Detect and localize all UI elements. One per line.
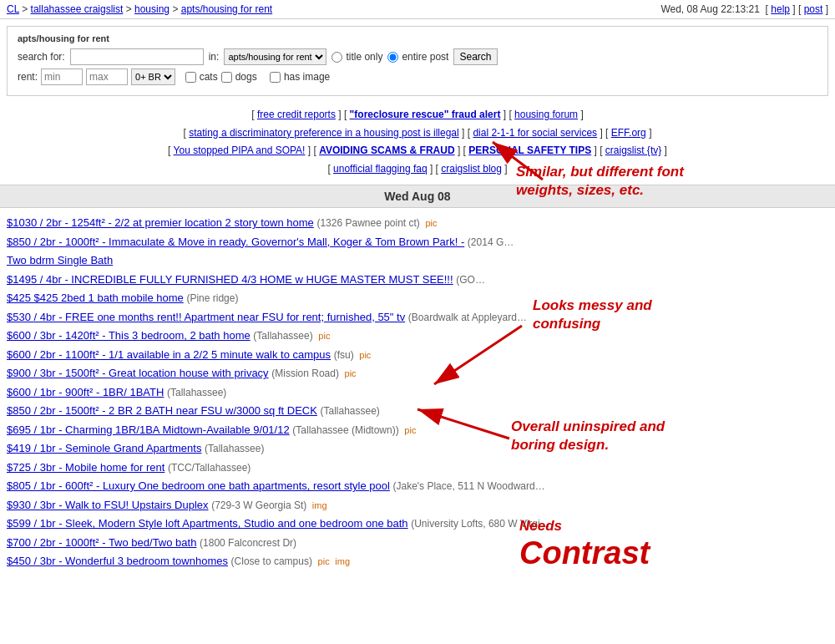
in-label: in:	[209, 51, 220, 63]
discriminatory-link[interactable]: stating a discriminatory preference in a…	[189, 127, 459, 139]
dial211-link[interactable]: dial 2-1-1 for social services	[473, 127, 597, 139]
listing-meta: (Tallahassee)	[321, 405, 380, 417]
listing-link[interactable]: $805 / 1br - 600ft² - Luxury One bedroom…	[7, 479, 390, 492]
date-header: Wed Aug 08	[0, 185, 835, 208]
tallahassee-link[interactable]: tallahassee craigslist	[31, 3, 124, 15]
top-right: Wed, 08 Aug 22:13:21 [ help ] [ post ]	[660, 3, 828, 15]
listing-meta: (Tallahassee)	[253, 330, 312, 342]
listing-link[interactable]: $850 / 2br - 1500ft² - 2 BR 2 BATH near …	[7, 404, 317, 417]
br-select[interactable]: 0+ BR	[131, 68, 175, 85]
listing-meta: (Pine ridge)	[186, 292, 238, 304]
search-section-title: apts/housing for rent	[18, 33, 817, 43]
listing-link[interactable]: $425 $425 2bed 1 bath mobile home	[7, 292, 184, 304]
top-bar: CL > tallahassee craigslist > housing > …	[0, 0, 835, 19]
has-image-label: has image	[284, 71, 330, 83]
eff-link[interactable]: EFF.org	[611, 127, 646, 139]
listing-pic-tag[interactable]: pic	[318, 556, 330, 566]
listing-row: $419 / 1br - Seminole Grand Apartments (…	[7, 440, 828, 457]
listing-link[interactable]: $930 / 3br - Walk to FSU! Upstairs Duple…	[7, 499, 209, 511]
listing-meta: (729-3 W Georgia St)	[211, 499, 306, 511]
listing-img-tag[interactable]: img	[335, 556, 350, 566]
housing-link[interactable]: housing	[134, 3, 170, 15]
listing-link[interactable]: $600 / 1br - 900ft² - 1BR/ 1BATH	[7, 386, 164, 398]
search-button[interactable]: Search	[453, 48, 497, 65]
entire-post-radio[interactable]	[387, 52, 398, 63]
listing-meta: (1326 Pawnee point ct)	[316, 217, 419, 229]
listing-link[interactable]: $419 / 1br - Seminole Grand Apartments	[7, 442, 201, 454]
post-link[interactable]: post	[804, 3, 823, 15]
listing-pic-tag[interactable]: pic	[404, 425, 416, 435]
rent-min-input[interactable]	[41, 68, 83, 85]
free-credit-link[interactable]: free credit reports	[257, 109, 336, 120]
craigslist-blog-link[interactable]: craigslist blog	[441, 163, 502, 175]
personal-safety-link[interactable]: PERSONAL SAFETY TIPS	[468, 145, 591, 156]
listing-meta: (University Lofts, 680 W Virgi…	[411, 518, 550, 530]
listing-link[interactable]: $600 / 3br - 1420ft² - This 3 bedroom, 2…	[7, 329, 250, 342]
avoiding-scams-link[interactable]: AVOIDING SCAMS & FRAUD	[319, 145, 454, 156]
flagging-faq-link[interactable]: unofficial flagging faq	[333, 163, 428, 175]
listing-row: $600 / 3br - 1420ft² - This 3 bedroom, 2…	[7, 327, 828, 344]
search-area: apts/housing for rent search for: in: ap…	[7, 26, 828, 96]
listing-meta: (Tallahassee (Midtown))	[292, 424, 398, 436]
listing-meta: (Tallahassee)	[205, 443, 264, 454]
foreclosure-fraud-link[interactable]: "foreclosure rescue" fraud alert	[350, 109, 501, 120]
listing-row: $700 / 2br - 1000ft² - Two bed/Two bath …	[7, 535, 828, 551]
listing-row: $1495 / 4br - INCREDIBLE FULLY FURNISHED…	[7, 271, 828, 288]
listing-link[interactable]: $695 / 1br - Charming 1BR/1BA Midtown-Av…	[7, 423, 290, 436]
listing-meta: (1800 Falconcrest Dr)	[200, 537, 296, 549]
cl-link[interactable]: CL	[7, 3, 19, 15]
listing-row: $850 / 2br - 1500ft² - 2 BR 2 BATH near …	[7, 403, 828, 419]
listing-pic-tag[interactable]: pic	[345, 368, 357, 378]
listing-link[interactable]: $450 / 3br - Wonderful 3 bedroom townhom…	[7, 555, 228, 567]
listing-row: $599 / 1br - Sleek, Modern Style loft Ap…	[7, 515, 828, 532]
listing-row: $425 $425 2bed 1 bath mobile home (Pine …	[7, 290, 828, 307]
title-only-label: title only	[346, 51, 382, 63]
search-input[interactable]	[70, 48, 204, 65]
listings-container: $1030 / 2br - 1254ft² - 2/2 at premier l…	[0, 211, 835, 576]
notice-line3: [ You stopped PIPA and SOPA! ] [ AVOIDIN…	[7, 142, 828, 160]
listing-row: $600 / 1br - 900ft² - 1BR/ 1BATH (Tallah…	[7, 384, 828, 401]
search-in-select[interactable]: apts/housing for rent	[224, 48, 326, 65]
rent-label: rent:	[18, 71, 38, 83]
entire-post-label: entire post	[402, 51, 448, 63]
listing-row: $530 / 4br - FREE one months rent!! Apar…	[7, 309, 828, 326]
current-category-link[interactable]: apts/housing for rent	[181, 3, 272, 15]
search-for-label: search for:	[18, 51, 65, 63]
listing-link[interactable]: $700 / 2br - 1000ft² - Two bed/Two bath	[7, 536, 196, 549]
housing-forum-link[interactable]: housing forum	[514, 109, 578, 120]
cats-checkbox[interactable]	[185, 72, 196, 83]
help-link[interactable]: help	[771, 3, 790, 15]
rent-max-input[interactable]	[86, 68, 128, 85]
listing-link[interactable]: $900 / 3br - 1500ft² - Great location ho…	[7, 367, 269, 379]
listing-link[interactable]: Two bdrm Single Bath	[7, 254, 113, 266]
craigslist-tv-link[interactable]: craigslist {tv}	[605, 145, 661, 156]
listing-row: $930 / 3br - Walk to FSU! Upstairs Duple…	[7, 497, 828, 514]
dogs-checkbox[interactable]	[221, 72, 232, 83]
notice-line2: [ stating a discriminatory preference in…	[7, 124, 828, 143]
datetime: Wed, 08 Aug 22:13:21	[660, 3, 760, 15]
listing-meta: (Boardwalk at Appleyard…	[408, 312, 527, 323]
listing-link[interactable]: $600 / 2br - 1100ft² - 1/1 available in …	[7, 348, 331, 361]
listing-link[interactable]: $599 / 1br - Sleek, Modern Style loft Ap…	[7, 517, 408, 530]
listing-row: $725 / 3br - Mobile home for rent (TCC/T…	[7, 459, 828, 476]
listing-link[interactable]: $725 / 3br - Mobile home for rent	[7, 461, 164, 474]
listing-row: $850 / 2br - 1000ft² - Immaculate & Move…	[7, 234, 828, 251]
listing-link[interactable]: $1030 / 2br - 1254ft² - 2/2 at premier l…	[7, 216, 314, 229]
pipa-link[interactable]: You stopped PIPA and SOPA!	[174, 145, 306, 156]
listing-meta: (fsu)	[334, 349, 354, 361]
listing-row: $450 / 3br - Wonderful 3 bedroom townhom…	[7, 553, 828, 570]
listing-row: $805 / 1br - 600ft² - Luxury One bedroom…	[7, 478, 828, 494]
listing-link[interactable]: $850 / 2br - 1000ft² - Immaculate & Move…	[7, 236, 464, 248]
has-image-checkbox[interactable]	[270, 72, 281, 83]
breadcrumb: CL > tallahassee craigslist > housing > …	[7, 3, 272, 15]
listing-pic-tag[interactable]: pic	[359, 350, 371, 360]
listing-link[interactable]: $530 / 4br - FREE one months rent!! Apar…	[7, 311, 405, 323]
cats-label: cats	[200, 71, 218, 83]
listing-pic-tag[interactable]: pic	[425, 218, 437, 228]
listing-meta: (2014 G…	[468, 236, 514, 248]
listing-link[interactable]: $1495 / 4br - INCREDIBLE FULLY FURNISHED…	[7, 273, 453, 286]
notice-line4: [ unofficial flagging faq ] [ craigslist…	[7, 160, 828, 179]
listing-img-tag[interactable]: img	[312, 500, 327, 510]
listing-pic-tag[interactable]: pic	[318, 331, 330, 341]
title-only-radio[interactable]	[331, 52, 342, 63]
